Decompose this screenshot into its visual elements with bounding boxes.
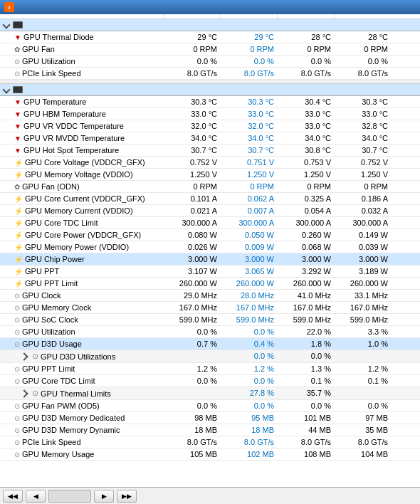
table-row[interactable]: ▼ GPU Temperature 30.3 °C 30.3 °C 30.4 °… (0, 96, 420, 108)
sensor-minimum: 1.2 % (221, 363, 278, 374)
header-average (335, 14, 392, 19)
sensor-maximum: 0.1 % (278, 375, 335, 387)
sensor-average: 167.0 MHz (335, 302, 392, 313)
table-row[interactable]: ✿ GPU Fan (ODN) 0 RPM 0 RPM 0 RPM 0 RPM (0, 181, 420, 193)
sensor-average: 8.0 GT/s (335, 436, 392, 448)
sensor-minimum: 30.7 °C (221, 145, 278, 156)
sensor-minimum: 3.065 W (221, 266, 278, 277)
clock-icon: ⊙ (14, 70, 20, 78)
sensor-average: 0 RPM (335, 181, 392, 192)
sensor-average: 0.039 W (335, 241, 392, 253)
clock-icon: ⊙ (14, 340, 20, 348)
table-row[interactable]: ⊙ GPU Core TDC Limit 0.0 % 0.0 % 0.1 % 0… (0, 375, 420, 387)
lightning-icon: ⚡ (14, 207, 23, 215)
gpu1-section-header[interactable] (0, 84, 420, 96)
table-row[interactable]: ⊙ GPU Memory Clock 167.0 MHz 167.0 MHz 1… (0, 302, 420, 314)
sensor-minimum: 18 MB (221, 424, 278, 436)
sensor-maximum: 599.0 MHz (278, 314, 335, 325)
table-row[interactable]: ▼ GPU VR VDDC Temperature 32.0 °C 32.0 °… (0, 120, 420, 132)
sensor-current: 300.000 A (164, 217, 221, 229)
table-row[interactable]: ✿ GPU Fan 0 RPM 0 RPM 0 RPM 0 RPM (0, 43, 420, 56)
sensor-current: 0.101 A (164, 193, 221, 204)
table-row[interactable]: ⊙ GPU PPT Limit 1.2 % 1.2 % 1.3 % 1.2 % (0, 363, 420, 375)
sensor-name: ⊙ GPU Fan PWM (OD5) (0, 400, 164, 411)
scroll-right-button[interactable]: ▶ (94, 490, 114, 503)
sensor-name: ⊙ GPU D3D Memory Dynamic (0, 424, 164, 436)
lightning-icon: ⚡ (14, 268, 23, 275)
clock-icon: ⊙ (14, 365, 20, 373)
sensor-average: 0.752 V (335, 157, 392, 168)
sensor-average: 260.000 W (335, 278, 392, 289)
table-row[interactable]: ⚡ GPU Memory Current (VDDIO) 0.021 A 0.0… (0, 205, 420, 217)
table-row[interactable]: ⚡ GPU PPT 3.107 W 3.065 W 3.292 W 3.189 … (0, 266, 420, 278)
subgroup-row[interactable]: ⊙ GPU Thermal Limits 27.8 % 35.7 % (0, 387, 420, 400)
subgroup-row[interactable]: ⊙ GPU D3D Utilizations 0.0 % 0.0 % (0, 350, 420, 363)
clock-icon: ⊙ (14, 402, 20, 410)
sensor-minimum: 30.3 °C (221, 96, 278, 107)
table-row[interactable]: ⊙ GPU Fan PWM (OD5) 0.0 % 0.0 % 0.0 % 0.… (0, 400, 420, 412)
subgroup-maximum: 35.7 % (278, 387, 335, 399)
prev-button[interactable]: ◀◀ (3, 490, 23, 503)
table-row[interactable]: ⊙ PCIe Link Speed 8.0 GT/s 8.0 GT/s 8.0 … (0, 68, 420, 80)
table-row[interactable]: ▼ GPU Thermal Diode 29 °C 29 °C 28 °C 28… (0, 31, 420, 43)
next-button[interactable]: ▶▶ (117, 490, 137, 503)
temp-icon: ▼ (14, 33, 21, 41)
collapse-arrow-gpu1 (2, 85, 10, 93)
sensor-minimum: 0 RPM (221, 43, 278, 55)
sensor-average: 0 RPM (335, 43, 392, 55)
sensor-current: 105 MB (164, 448, 221, 460)
clock-icon: ⊙ (14, 451, 20, 458)
gpu1-icon (13, 86, 23, 93)
sensor-current: 98 MB (164, 412, 221, 424)
sensor-current: 3.107 W (164, 266, 221, 277)
header-sensor (0, 14, 164, 19)
table-row[interactable]: ⚡ GPU Core Current (VDDCR_GFX) 0.101 A 0… (0, 193, 420, 205)
table-row[interactable]: ⚡ GPU Memory Power (VDDIO) 0.026 W 0.009… (0, 241, 420, 253)
table-row[interactable]: ▼ GPU VR MVDD Temperature 34.0 °C 34.0 °… (0, 132, 420, 145)
sensor-minimum: 3.000 W (221, 253, 278, 265)
sensor-current: 32.0 °C (164, 120, 221, 132)
sensor-minimum: 167.0 MHz (221, 302, 278, 313)
sensor-name: ⊙ GPU Core TDC Limit (0, 375, 164, 387)
lightning-icon: ⚡ (14, 195, 23, 203)
sensor-current: 0.080 W (164, 229, 221, 241)
sensor-current: 0.0 % (164, 56, 221, 67)
sensor-maximum: 22.0 % (278, 326, 335, 337)
gpu0-section-header[interactable] (0, 19, 420, 31)
table-row[interactable]: ⚡ GPU Memory Voltage (VDDIO) 1.250 V 1.2… (0, 169, 420, 181)
subgroup-name: ⊙ GPU Thermal Limits (0, 387, 164, 399)
table-row[interactable]: ⊙ GPU D3D Memory Dedicated 98 MB 95 MB 1… (0, 412, 420, 424)
sensor-maximum: 1.3 % (278, 363, 335, 374)
table-row[interactable]: ⊙ PCIe Link Speed 8.0 GT/s 8.0 GT/s 8.0 … (0, 436, 420, 448)
sensor-minimum: 28.0 MHz (221, 290, 278, 301)
table-row[interactable]: ⊙ GPU Clock 29.0 MHz 28.0 MHz 41.0 MHz 3… (0, 290, 420, 302)
table-row[interactable]: ⊙ GPU Utilization 0.0 % 0.0 % 0.0 % 0.0 … (0, 56, 420, 68)
sensor-minimum: 1.250 V (221, 169, 278, 180)
sensor-minimum: 0.062 A (221, 193, 278, 204)
table-row[interactable]: ⚡ GPU PPT Limit 260.000 W 260.000 W 260.… (0, 278, 420, 290)
sensor-maximum: 28 °C (278, 31, 335, 43)
table-row[interactable]: ⚡ GPU Core Voltage (VDDCR_GFX) 0.752 V 0… (0, 157, 420, 169)
scroll-left-button[interactable]: ◀ (26, 490, 46, 503)
table-row[interactable]: ⚡ GPU Core Power (VDDCR_GFX) 0.080 W 0.0… (0, 229, 420, 241)
table-row[interactable]: ⊙ GPU Utilization 0.0 % 0.0 % 22.0 % 3.3… (0, 326, 420, 338)
sensor-maximum: 0.260 W (278, 229, 335, 241)
gpu0-header-cell (0, 19, 392, 31)
sensor-current: 33.0 °C (164, 108, 221, 120)
sensor-maximum: 260.000 W (278, 278, 335, 289)
sensor-maximum: 0.054 A (278, 205, 335, 216)
table-row[interactable]: ⊙ GPU Memory Usage 105 MB 102 MB 108 MB … (0, 448, 420, 461)
sensor-maximum: 0.068 W (278, 241, 335, 253)
table-row[interactable]: ▼ GPU Hot Spot Temperature 30.7 °C 30.7 … (0, 145, 420, 157)
table-row[interactable]: ▼ GPU HBM Temperature 33.0 °C 33.0 °C 33… (0, 108, 420, 120)
sensor-current: 1.250 V (164, 169, 221, 180)
sensor-minimum: 95 MB (221, 412, 278, 424)
sensor-maximum: 41.0 MHz (278, 290, 335, 301)
table-row[interactable]: ⊙ GPU SoC Clock 599.0 MHz 599.0 MHz 599.… (0, 314, 420, 326)
sensor-maximum: 0.0 % (278, 400, 335, 411)
table-row[interactable]: ⊙ GPU D3D Usage 0.7 % 0.4 % 1.8 % 1.0 % (0, 338, 420, 350)
table-row[interactable]: ⚡ GPU Core TDC Limit 300.000 A 300.000 A… (0, 217, 420, 229)
table-row[interactable]: ⚡ GPU Chip Power 3.000 W 3.000 W 3.000 W… (0, 253, 420, 266)
table-row[interactable]: ⊙ GPU D3D Memory Dynamic 18 MB 18 MB 44 … (0, 424, 420, 436)
temp-icon: ▼ (14, 110, 21, 118)
